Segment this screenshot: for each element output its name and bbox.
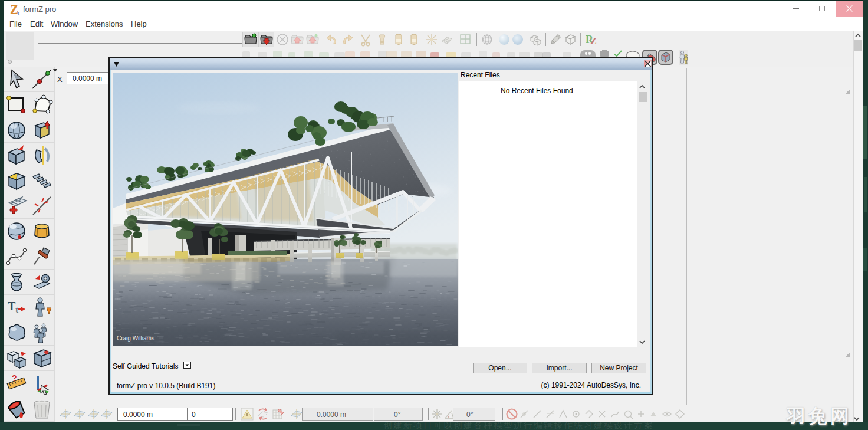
svg-text:T: T	[8, 300, 16, 313]
svg-text:t: t	[15, 305, 18, 314]
svg-text:?: ?	[12, 373, 17, 383]
svg-text:Z: Z	[590, 36, 597, 46]
